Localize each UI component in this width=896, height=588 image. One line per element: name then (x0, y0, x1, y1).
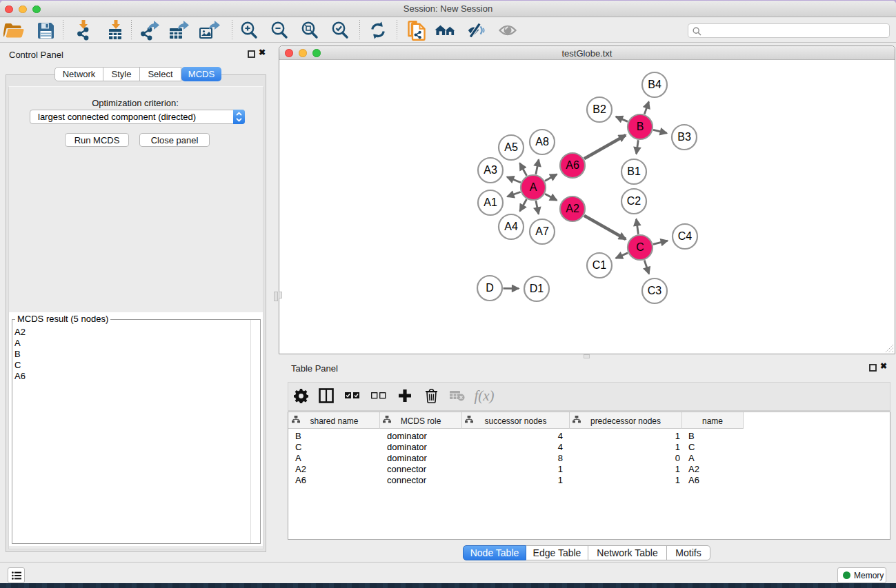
svg-text:A7: A7 (535, 225, 549, 237)
svg-text:A1: A1 (484, 196, 497, 208)
svg-text:C4: C4 (678, 230, 693, 242)
svg-text:A: A (530, 181, 537, 193)
svg-text:D1: D1 (530, 283, 544, 294)
svg-text:A4: A4 (504, 221, 518, 232)
svg-text:A2: A2 (566, 203, 579, 214)
svg-text:B2: B2 (593, 103, 606, 115)
svg-text:B1: B1 (627, 165, 641, 177)
svg-text:B3: B3 (677, 131, 691, 143)
svg-text:A3: A3 (484, 164, 497, 176)
svg-text:C2: C2 (627, 195, 641, 207)
svg-text:C: C (636, 241, 644, 253)
svg-text:B: B (637, 121, 644, 132)
svg-text:A5: A5 (504, 141, 518, 153)
svg-text:C3: C3 (648, 285, 662, 296)
svg-text:C1: C1 (593, 259, 607, 271)
svg-text:B4: B4 (648, 79, 661, 90)
svg-text:A8: A8 (535, 136, 549, 148)
svg-text:A6: A6 (566, 159, 579, 171)
svg-text:D: D (486, 282, 494, 294)
